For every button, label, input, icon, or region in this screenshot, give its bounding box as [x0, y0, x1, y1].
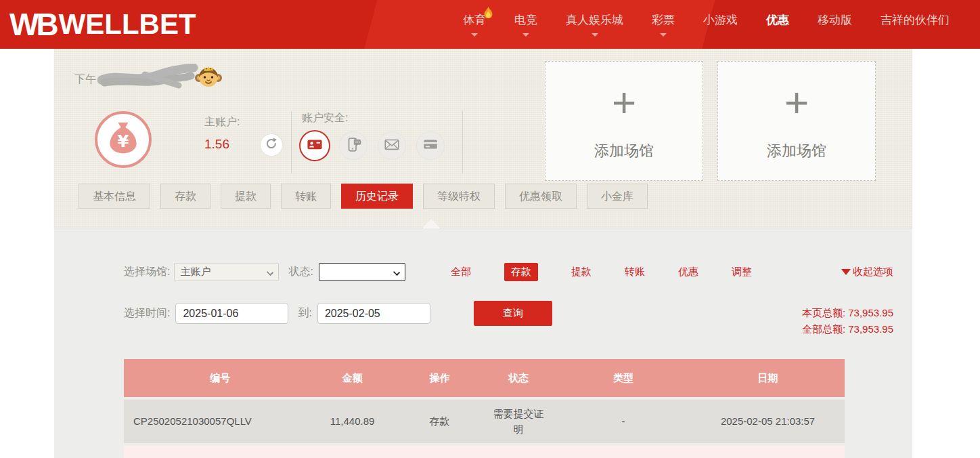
venue-select[interactable]: 主账户: [174, 263, 279, 281]
nav-item-label: 移动版: [818, 12, 852, 28]
filter-row-venue-status: 选择场馆: 主账户 状态: 全部 存款 提款 转账 优惠 调整 收起选项: [124, 263, 893, 281]
bank-card-icon: [422, 136, 439, 156]
history-content: 选择场馆: 主账户 状态: 全部 存款 提款 转账 优惠 调整 收起选项 选择时…: [54, 228, 912, 458]
status-select-label: 状态:: [288, 265, 313, 279]
redacted-username-scribble: [97, 64, 199, 95]
refresh-balance-button[interactable]: [261, 134, 282, 156]
main-account-label: 主账户:: [204, 115, 240, 129]
account-security-label: 账户安全:: [302, 111, 348, 125]
page-total-label: 本页总额:: [802, 307, 845, 318]
nav-item-sports[interactable]: 体育: [449, 0, 500, 49]
security-icons: [300, 131, 445, 160]
plus-icon: +: [784, 81, 809, 123]
date-from-input[interactable]: [175, 303, 288, 324]
all-total-label: 全部总额:: [802, 323, 845, 335]
nav-item-live-casino[interactable]: 真人娱乐城: [552, 0, 638, 49]
sms-verification-button[interactable]: [339, 131, 368, 160]
tab-deposit[interactable]: 存款: [160, 184, 210, 209]
nav-item-minigames[interactable]: 小游戏: [689, 0, 752, 49]
tab-vip-privileges[interactable]: 等级特权: [423, 184, 495, 209]
table-row: CP25020521030057QLLV 11,440.89 存款 需要提交证明…: [124, 400, 845, 443]
col-header-type: 类型: [556, 372, 691, 385]
chevron-down-icon: [267, 269, 273, 276]
table-header-row: 编号 金额 操作 状态 类型 日期: [124, 359, 845, 397]
nav-item-label: 电竞: [514, 12, 537, 28]
chevron-down-icon: [522, 33, 529, 37]
triangle-down-icon: [841, 269, 851, 275]
chevron-down-icon: [471, 33, 478, 37]
hot-flame-icon: [483, 6, 493, 23]
cell-operation: 存款: [398, 408, 482, 434]
col-header-operation: 操作: [398, 372, 482, 385]
nav-item-mobile[interactable]: 移动版: [803, 0, 866, 49]
filter-transfer[interactable]: 转账: [625, 266, 645, 278]
type-filter-links: 全部 存款 提款 转账 优惠 调整: [405, 263, 752, 281]
id-verification-button[interactable]: [300, 131, 329, 160]
greeting: 下午: [74, 64, 222, 95]
filter-withdraw[interactable]: 提款: [571, 266, 592, 278]
logo-text: WELLBET: [59, 10, 196, 39]
collapse-options-label: 收起选项: [853, 266, 893, 278]
cell-id: CP25020521030057QLLV: [124, 408, 307, 434]
col-header-status: 状态: [481, 372, 556, 385]
divider: [462, 111, 463, 173]
main-nav: 体育 电竞 真人娱乐城 彩票 小游戏 优惠 移动版 吉祥的伙伴们: [449, 0, 964, 49]
tab-history[interactable]: 历史记录: [341, 184, 413, 209]
cell-amount: 11,440.89: [307, 408, 398, 434]
venue-select-label: 选择场馆:: [124, 265, 170, 279]
filter-deposit[interactable]: 存款: [504, 263, 538, 281]
add-venue-button[interactable]: + 添加场馆: [545, 61, 703, 181]
money-bag-icon: ¥: [104, 119, 142, 160]
id-card-icon: [306, 136, 324, 156]
email-verification-button[interactable]: [378, 131, 406, 160]
plus-icon: +: [612, 81, 636, 123]
main-account-button[interactable]: ¥: [95, 111, 152, 168]
date-to-input[interactable]: [317, 303, 430, 324]
col-header-date: 日期: [691, 372, 845, 385]
add-venue-button[interactable]: + 添加场馆: [717, 61, 876, 181]
filter-row-dates: 选择时间: 到: 查询: [124, 301, 552, 326]
refresh-icon: [265, 137, 278, 153]
tab-promo-claim[interactable]: 优惠领取: [505, 184, 577, 209]
top-navbar: WB WELLBET 体育 电竞 真人娱乐城 彩票 小游戏 优惠: [0, 0, 980, 49]
tab-withdraw[interactable]: 提款: [221, 184, 271, 209]
account-tabs: 基本信息 存款 提款 转账 历史记录 等级特权 优惠领取 小金库: [79, 184, 648, 209]
nav-item-partners[interactable]: 吉祥的伙伴们: [866, 0, 964, 49]
table-row-partial: [124, 446, 845, 458]
bank-card-button[interactable]: [416, 131, 445, 160]
nav-item-label: 彩票: [652, 12, 675, 28]
nav-item-label: 小游戏: [703, 12, 738, 28]
chevron-down-icon: [660, 33, 667, 37]
collapse-options-link[interactable]: 收起选项: [841, 266, 893, 278]
time-select-label: 选择时间:: [124, 306, 170, 320]
cell-status: 需要提交证明: [481, 400, 556, 443]
history-table: 编号 金额 操作 状态 类型 日期 CP25020521030057QLLV 1…: [124, 359, 845, 458]
nav-item-label: 优惠: [766, 12, 789, 28]
chevron-down-icon: [393, 269, 400, 276]
nav-item-esports[interactable]: 电竞: [500, 0, 552, 49]
divider: [291, 111, 292, 173]
add-venue-label: 添加场馆: [594, 141, 654, 161]
status-select[interactable]: [319, 263, 405, 281]
tab-vault[interactable]: 小金库: [587, 184, 648, 209]
tab-transfer[interactable]: 转账: [281, 184, 331, 209]
filter-adjustment[interactable]: 调整: [732, 266, 752, 278]
add-venue-label: 添加场馆: [767, 141, 826, 161]
nav-item-promotions[interactable]: 优惠: [752, 0, 803, 49]
search-button[interactable]: 查询: [474, 301, 552, 326]
chevron-down-icon: [592, 33, 598, 37]
filter-all[interactable]: 全部: [451, 266, 471, 278]
all-total: 全部总额: 73,953.95: [802, 321, 893, 337]
nav-item-lottery[interactable]: 彩票: [638, 0, 689, 49]
page-total-value: 73,953.95: [848, 307, 893, 318]
nav-item-label: 体育: [463, 12, 486, 28]
nav-item-label: 真人娱乐城: [566, 12, 623, 28]
to-label: 到:: [298, 306, 311, 320]
filter-promo[interactable]: 优惠: [678, 266, 698, 278]
greeting-text: 下午: [74, 72, 96, 87]
monkey-avatar-icon: [195, 63, 222, 93]
user-account-panel: 下午 ¥: [54, 49, 912, 228]
nav-item-label: 吉祥的伙伴们: [881, 12, 950, 28]
wellbet-logo[interactable]: WB WELLBET: [9, 9, 196, 40]
tab-basic-info[interactable]: 基本信息: [79, 184, 150, 209]
